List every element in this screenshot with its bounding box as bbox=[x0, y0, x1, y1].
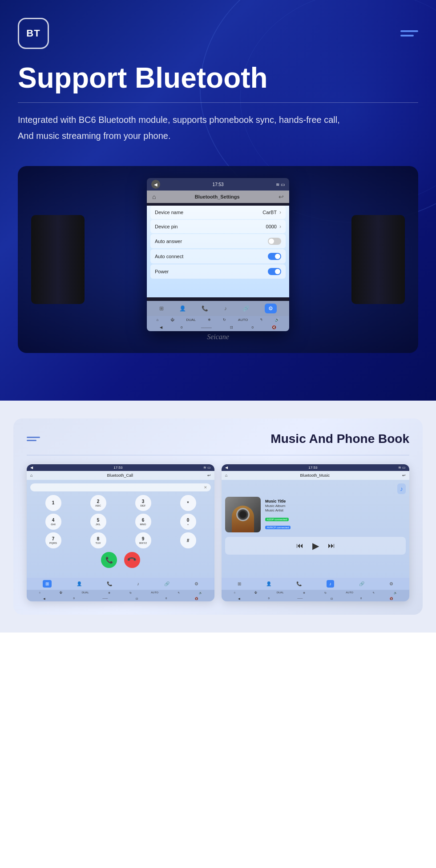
dialer-key-1[interactable]: 1 bbox=[45, 495, 61, 511]
setting-power[interactable]: Power bbox=[150, 264, 286, 279]
music-tab-settings[interactable]: ⚙ bbox=[389, 581, 393, 586]
hamburger-menu-button[interactable] bbox=[400, 30, 418, 37]
call-sys-back[interactable]: ◀ bbox=[43, 597, 45, 600]
call-sys-slider[interactable]: —— bbox=[102, 597, 108, 600]
call-time: 17:53 bbox=[113, 466, 122, 470]
brand-label: Seicane bbox=[207, 333, 229, 341]
call-tab-link[interactable]: 🔗 bbox=[164, 581, 170, 586]
music-sys-ac[interactable]: ↻ bbox=[324, 591, 327, 594]
call-back-btn[interactable]: ◀ bbox=[30, 466, 33, 470]
auto-answer-toggle[interactable] bbox=[268, 238, 281, 245]
call-status-bar: ◀ 17:53 ≋ ▭ bbox=[27, 464, 214, 471]
dialer-key-7[interactable]: 7 PQRS bbox=[45, 532, 61, 548]
end-call-button[interactable]: 📞 bbox=[121, 549, 144, 572]
call-tab-music[interactable]: ♪ bbox=[137, 581, 139, 586]
music-home-icon[interactable]: ⌂ bbox=[225, 473, 227, 478]
tab-settings-icon[interactable]: ⚙ bbox=[265, 304, 277, 313]
dialer-key-8[interactable]: 8 TUV bbox=[90, 532, 106, 548]
screen-title: Bluetooth_Settings bbox=[195, 194, 240, 199]
call-sys-temp: ⊡ bbox=[136, 597, 138, 600]
music-tab-person[interactable]: 👤 bbox=[266, 581, 271, 586]
sys-power[interactable]: ⏻ bbox=[170, 318, 174, 322]
dialer-search-bar[interactable]: ✕ bbox=[30, 483, 211, 491]
screen-home-icon[interactable]: ⌂ bbox=[152, 193, 156, 200]
screen-back-arrow[interactable]: ↩ bbox=[279, 193, 284, 200]
tab-grid-icon[interactable]: ⊞ bbox=[159, 305, 164, 312]
music-sys-slider[interactable]: —— bbox=[297, 597, 303, 600]
sys-back[interactable]: ◀ bbox=[160, 325, 162, 329]
sys-slider[interactable]: ——— bbox=[201, 325, 212, 329]
call-tab-person[interactable]: 👤 bbox=[77, 581, 82, 586]
call-tab-grid[interactable]: ⊞ bbox=[43, 580, 52, 588]
music-time: 17:53 bbox=[308, 466, 317, 470]
avrcp-badge: AVRCP connected bbox=[265, 526, 291, 529]
sys-ac[interactable]: ↻ bbox=[223, 318, 226, 322]
dialer-key-hash[interactable]: # bbox=[180, 532, 196, 548]
music-back-btn[interactable]: ◀ bbox=[225, 466, 228, 470]
hero-section: BT Support Bluetooth Integrated with BC6… bbox=[0, 0, 436, 401]
dialer-key-star[interactable]: * bbox=[180, 495, 196, 511]
music-tab-link[interactable]: 🔗 bbox=[359, 581, 364, 586]
setting-device-name[interactable]: Device name CarBT › bbox=[150, 206, 286, 219]
sys-fan[interactable]: ❄ bbox=[208, 318, 211, 322]
dialer-key-3[interactable]: 3 DEF bbox=[135, 495, 151, 511]
music-tab-grid[interactable]: ⊞ bbox=[238, 581, 241, 586]
setting-label-auto-connect: Auto connect bbox=[155, 254, 183, 259]
mini-hamburger-icon[interactable] bbox=[27, 437, 40, 441]
music-note-icon: ♪ bbox=[397, 483, 406, 494]
call-sys-mute[interactable]: 🔇 bbox=[195, 597, 198, 600]
setting-device-pin[interactable]: Device pin 0000 › bbox=[150, 220, 286, 233]
dialer-key-0[interactable]: 0 + bbox=[180, 514, 196, 530]
sys-volume[interactable]: 🔊 bbox=[275, 318, 279, 322]
call-sys-home[interactable]: ⌂ bbox=[39, 591, 41, 594]
answer-call-button[interactable]: 📞 bbox=[101, 552, 117, 568]
music-sys-back[interactable]: ◀ bbox=[238, 597, 240, 600]
tab-link-icon[interactable]: 🔗 bbox=[242, 305, 249, 312]
card-header: Music And Phone Book bbox=[27, 432, 409, 446]
call-home-icon[interactable]: ⌂ bbox=[30, 473, 32, 478]
next-track-button[interactable]: ⏭ bbox=[328, 542, 335, 550]
music-tab-phone[interactable]: 📞 bbox=[296, 581, 302, 586]
dialer-key-6[interactable]: 6 MNO bbox=[135, 514, 151, 530]
play-pause-button[interactable]: ▶ bbox=[312, 540, 319, 551]
call-tab-phone[interactable]: 📞 bbox=[107, 581, 112, 586]
tab-person-icon[interactable]: 👤 bbox=[179, 305, 186, 312]
setting-auto-answer[interactable]: Auto answer bbox=[150, 234, 286, 248]
dialer-key-4[interactable]: 4 GHI bbox=[45, 514, 61, 530]
music-sys-power[interactable]: ⏻ bbox=[254, 591, 257, 594]
sys-home[interactable]: ⌂ bbox=[157, 318, 159, 322]
sys-mute[interactable]: 🔇 bbox=[272, 325, 276, 329]
dialer-key-9[interactable]: 9 WXYZ bbox=[135, 532, 151, 548]
dialer-key-2[interactable]: 2 ABC bbox=[90, 495, 106, 511]
call-sys-power[interactable]: ⏻ bbox=[60, 591, 62, 594]
tab-music-icon[interactable]: ♪ bbox=[224, 305, 227, 312]
call-sys-recirc[interactable]: ↰ bbox=[178, 591, 180, 594]
music-sys-home[interactable]: ⌂ bbox=[234, 591, 236, 594]
dialer-key-5[interactable]: 5 JKL bbox=[90, 514, 106, 530]
auto-connect-toggle[interactable] bbox=[268, 253, 281, 260]
music-sys-recirc[interactable]: ↰ bbox=[372, 591, 375, 594]
prev-track-button[interactable]: ⏮ bbox=[296, 542, 303, 550]
music-sys-mute[interactable]: 🔇 bbox=[390, 597, 393, 600]
music-sys-dual: DUAL bbox=[277, 591, 284, 594]
screen-back-btn[interactable]: ◀ bbox=[151, 180, 160, 189]
call-sys-fan[interactable]: ❄ bbox=[108, 591, 110, 594]
setting-label-auto-answer: Auto answer bbox=[155, 239, 182, 244]
music-back-arrow[interactable]: ↩ bbox=[402, 473, 406, 478]
power-toggle[interactable] bbox=[268, 268, 281, 275]
call-tab-settings[interactable]: ⚙ bbox=[194, 581, 198, 586]
music-sys-zero: 0 bbox=[268, 597, 270, 600]
sys-recirculate[interactable]: ↰ bbox=[260, 318, 263, 322]
music-sys-fan[interactable]: ❄ bbox=[303, 591, 305, 594]
music-sys-vol[interactable]: 🔊 bbox=[394, 591, 397, 594]
music-sys-temp: ⊡ bbox=[331, 597, 333, 600]
call-sys-ac[interactable]: ↻ bbox=[129, 591, 132, 594]
dialer-close-icon[interactable]: ✕ bbox=[204, 485, 207, 490]
music-tab-music[interactable]: ♪ bbox=[327, 580, 334, 588]
call-sys-vol[interactable]: 🔊 bbox=[199, 591, 202, 594]
hamburger-line-1 bbox=[400, 30, 418, 32]
page-title: Support Bluetooth bbox=[18, 62, 418, 93]
setting-auto-connect[interactable]: Auto connect bbox=[150, 249, 286, 264]
call-back-arrow[interactable]: ↩ bbox=[207, 473, 211, 478]
tab-phone-icon[interactable]: 📞 bbox=[202, 305, 208, 312]
